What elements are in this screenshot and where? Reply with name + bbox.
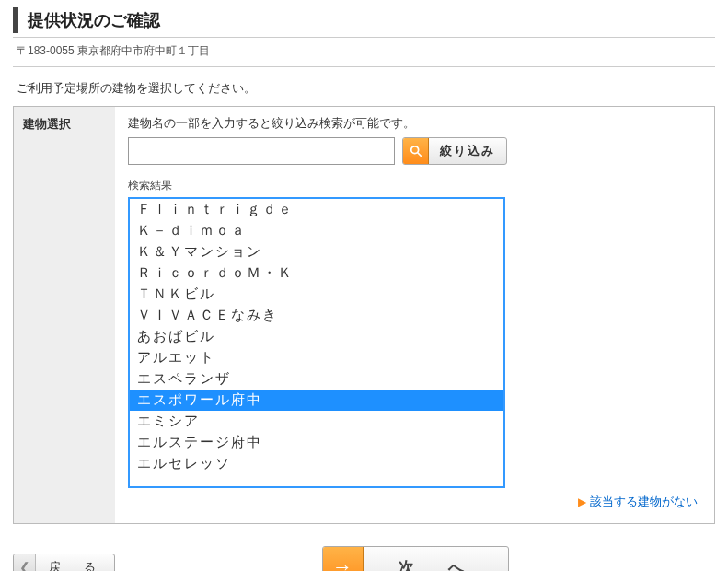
result-item[interactable]: エスペランザ — [130, 368, 503, 390]
filter-button[interactable]: 絞り込み — [402, 137, 507, 165]
result-item[interactable]: エルセレッソ — [130, 453, 503, 474]
arrow-left-icon: ❮ — [14, 554, 36, 571]
result-item[interactable]: あおばビル — [130, 326, 503, 347]
result-item[interactable]: エミシア — [130, 411, 503, 432]
results-label: 検索結果 — [128, 178, 701, 193]
panel-body: 建物名の一部を入力すると絞り込み検索が可能です。 絞り込み 検索結果 Ｆｌｉｎｔ… — [115, 107, 714, 523]
search-hint: 建物名の一部を入力すると絞り込み検索が可能です。 — [128, 116, 701, 132]
not-found-link[interactable]: 該当する建物がない — [590, 495, 698, 508]
result-item[interactable]: エルステージ府中 — [130, 432, 503, 453]
nav-row: ❮ 戻 る → 次 へ — [13, 546, 715, 571]
back-button[interactable]: ❮ 戻 る — [13, 554, 115, 571]
next-button-label: 次 へ — [364, 557, 508, 572]
result-item[interactable]: Ｋ＆Ｙマンション — [130, 241, 503, 262]
building-select-panel: 建物選択 建物名の一部を入力すると絞り込み検索が可能です。 絞り込み 検索結果 … — [13, 106, 715, 524]
filter-button-label: 絞り込み — [429, 143, 506, 159]
panel-label: 建物選択 — [14, 107, 115, 523]
not-found-row: ▶該当する建物がない — [128, 494, 701, 510]
address-line: 〒183-0055 東京都府中市府中町１丁目 — [13, 43, 715, 67]
result-item[interactable]: アルエット — [130, 347, 503, 368]
result-item[interactable]: ＶＩＶＡＣＥなみき — [130, 305, 503, 326]
back-button-label: 戻 る — [36, 559, 114, 571]
title-divider — [13, 37, 715, 38]
svg-line-1 — [417, 153, 421, 157]
search-row: 絞り込み — [128, 137, 701, 165]
page-title: 提供状況のご確認 — [13, 7, 715, 33]
result-item[interactable]: ＴＮＫビル — [130, 284, 503, 305]
next-button[interactable]: → 次 へ — [322, 546, 509, 571]
result-item[interactable]: Ｋ－ｄｉｍｏａ — [130, 220, 503, 241]
results-listbox[interactable]: ＦｌｉｎｔｒｉｇｄｅＫ－ｄｉｍｏａＫ＆ＹマンションＲｉｃｏｒｄｏＭ・ＫＴＮＫビル… — [128, 197, 505, 488]
arrow-right-large-icon: → — [323, 547, 364, 571]
instruction-text: ご利用予定場所の建物を選択してください。 — [17, 80, 715, 97]
result-item[interactable]: Ｆｌｉｎｔｒｉｇｄｅ — [130, 199, 503, 220]
search-icon — [403, 138, 429, 164]
arrow-right-icon: ▶ — [578, 495, 586, 508]
result-item[interactable]: エスポワール府中 — [130, 390, 503, 411]
building-search-input[interactable] — [128, 137, 395, 165]
result-item[interactable]: ＲｉｃｏｒｄｏＭ・Ｋ — [130, 262, 503, 284]
